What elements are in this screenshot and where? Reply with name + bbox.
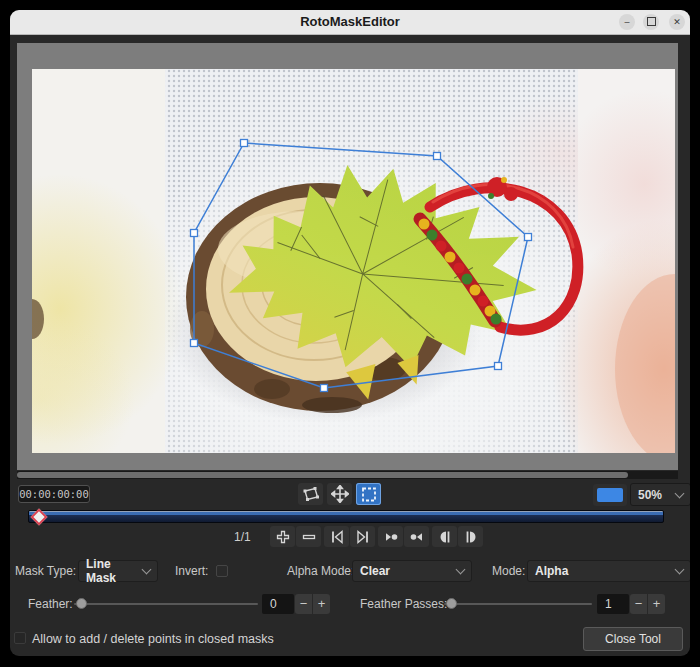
close-button[interactable]: ✕ — [669, 14, 685, 30]
remove-keyframe-button[interactable] — [296, 526, 321, 547]
plus-icon — [275, 529, 291, 545]
close-icon: ✕ — [673, 17, 681, 27]
keyframe-page-label: 1/1 — [234, 527, 264, 547]
polygon-tool-icon — [302, 486, 320, 502]
feather-passes-increment-button[interactable]: + — [648, 594, 665, 614]
mask-type-select[interactable]: Line Mask — [78, 560, 158, 582]
chevron-down-icon — [675, 565, 685, 575]
maximize-icon — [647, 17, 656, 26]
next-keyframe-icon — [409, 529, 425, 545]
prev-keyframe-button[interactable] — [378, 526, 403, 547]
rect-select-tool-button[interactable] — [356, 483, 381, 505]
close-tool-button[interactable]: Close Tool — [583, 627, 683, 651]
chevron-down-icon — [456, 565, 466, 575]
zoom-level-value: 50% — [638, 488, 662, 502]
move-tool-button[interactable] — [327, 483, 352, 505]
feather-passes-value-field[interactable]: 1 — [597, 594, 629, 614]
window-title: RotoMaskEditor — [10, 10, 690, 34]
first-frame-button[interactable] — [324, 526, 349, 547]
add-keyframe-button[interactable] — [270, 526, 295, 547]
prev-frame-icon — [437, 529, 453, 545]
feather-label: Feather: — [28, 593, 73, 615]
minimize-icon: – — [624, 17, 629, 27]
feather-passes-decrement-button[interactable]: − — [630, 594, 647, 614]
alpha-mode-label: Alpha Mode: — [287, 560, 354, 582]
next-frame-button[interactable] — [458, 526, 483, 547]
horizontal-scrollbar-thumb[interactable] — [17, 472, 628, 478]
feather-passes-label: Feather Passes: — [360, 593, 447, 615]
prev-frame-button[interactable] — [432, 526, 457, 547]
chevron-down-icon — [142, 565, 152, 575]
timeline-track[interactable] — [28, 510, 664, 523]
move-tool-icon — [331, 485, 349, 503]
next-keyframe-button[interactable] — [404, 526, 429, 547]
feather-passes-slider[interactable] — [444, 594, 592, 614]
mode-select[interactable]: Alpha — [527, 560, 690, 582]
next-frame-icon — [463, 529, 479, 545]
horizontal-scrollbar[interactable] — [17, 471, 678, 479]
chevron-down-icon — [675, 488, 685, 498]
prev-keyframe-icon — [383, 529, 399, 545]
rect-select-tool-icon — [361, 487, 377, 502]
mode-value: Alpha — [535, 564, 568, 578]
allow-points-label: Allow to add / delete points in closed m… — [32, 628, 274, 651]
rotomask-editor-window: RotoMaskEditor – ✕ — [10, 10, 690, 656]
mask-color-button[interactable] — [593, 484, 627, 506]
feather-value-field[interactable]: 0 — [262, 594, 294, 614]
timecode-field[interactable]: 00:00:00:00 — [18, 485, 90, 503]
mask-type-value: Line Mask — [86, 557, 143, 585]
mode-label: Mode: — [492, 560, 525, 582]
skip-to-start-icon — [329, 529, 345, 545]
mask-color-swatch — [597, 488, 623, 502]
allow-points-checkbox[interactable] — [14, 632, 26, 644]
feather-passes-slider-groove — [444, 603, 592, 605]
zoom-level-select[interactable]: 50% — [630, 483, 690, 506]
feather-decrement-button[interactable]: − — [295, 594, 312, 614]
canvas-viewport[interactable] — [17, 43, 678, 470]
alpha-mode-value: Clear — [360, 564, 390, 578]
skip-to-end-icon — [355, 529, 371, 545]
invert-label: Invert: — [175, 560, 208, 582]
mask-type-label: Mask Type: — [15, 560, 76, 582]
invert-checkbox[interactable] — [216, 565, 228, 577]
feather-slider[interactable] — [74, 594, 258, 614]
last-frame-button[interactable] — [350, 526, 375, 547]
feather-slider-groove — [74, 603, 258, 605]
feather-slider-handle[interactable] — [76, 598, 87, 609]
minus-icon — [301, 529, 317, 545]
minimize-button[interactable]: – — [619, 14, 635, 30]
feather-increment-button[interactable]: + — [313, 594, 330, 614]
alpha-mode-select[interactable]: Clear — [352, 560, 472, 582]
video-frame-image — [32, 69, 675, 453]
feather-passes-slider-handle[interactable] — [446, 598, 457, 609]
titlebar: RotoMaskEditor – ✕ — [10, 10, 690, 35]
polygon-tool-button[interactable] — [298, 483, 323, 505]
maximize-button[interactable] — [643, 14, 659, 30]
